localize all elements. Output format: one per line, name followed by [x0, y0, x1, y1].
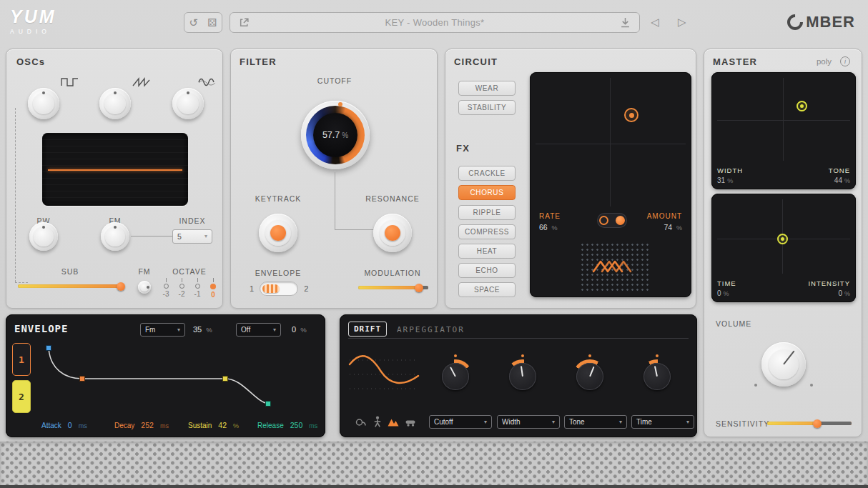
octave-option[interactable]: -3	[158, 278, 174, 299]
mod-slot1-dropdown[interactable]: Fm ▾	[140, 323, 185, 337]
drift-knob-3[interactable]	[573, 359, 607, 394]
envelope-panel: ENVELOPE Fm ▾ 35 % Off ▾ 0 % 1 2 Attack	[6, 314, 325, 437]
fx-button-space[interactable]: SPACE	[458, 282, 516, 297]
next-preset-button[interactable]: ▷	[678, 16, 686, 27]
drift-knob-2-pointer	[521, 366, 523, 377]
osc2-knob[interactable]	[99, 88, 131, 119]
keytrack-knob[interactable]	[259, 214, 297, 252]
modulation-slider[interactable]	[358, 286, 428, 289]
osc3-knob-indicator	[187, 91, 189, 94]
resonance-knob[interactable]	[373, 214, 412, 252]
prev-preset-button[interactable]: ◁	[651, 16, 659, 27]
pw-knob[interactable]	[29, 222, 58, 251]
tab-divider-line	[348, 338, 689, 339]
fx-button-echo[interactable]: ECHO	[458, 263, 516, 278]
time-intensity-pad[interactable]: TIME 0% INTENSITY 0%	[711, 194, 856, 302]
fm-toggle-label: FM	[130, 267, 159, 276]
cutoff-value: 57.7	[322, 130, 340, 140]
cutoff-knob-face: 57.7 %	[313, 113, 357, 157]
export-preset-icon[interactable]	[239, 17, 250, 28]
sustain-unit: %	[233, 422, 239, 429]
fm-knob[interactable]	[101, 222, 129, 251]
octave-dot	[164, 284, 169, 289]
drift-mode-walker-icon[interactable]	[371, 415, 384, 428]
drift-knob-2[interactable]	[505, 359, 540, 394]
mod-routing-dashed-stub	[15, 282, 28, 283]
drift-target-dropdown-1[interactable]: Cutoff ▾	[429, 415, 492, 429]
tab-drift[interactable]: DRIFT	[348, 322, 387, 337]
envelope-curve-display[interactable]	[40, 342, 320, 416]
width-tone-handle[interactable]	[797, 101, 807, 111]
download-preset-icon[interactable]	[620, 17, 631, 28]
square-wave-icon	[61, 76, 79, 88]
modulation-label: MODULATION	[357, 269, 428, 277]
width-tone-pad[interactable]: WIDTH 31% TONE 44%	[711, 72, 856, 189]
fx-xy-handle[interactable]	[624, 108, 638, 122]
envelope-tab-1[interactable]: 1	[12, 343, 31, 376]
time-value-number: 0	[717, 289, 721, 297]
intensity-value-unit: %	[844, 290, 850, 297]
mod-slot2-dropdown[interactable]: Off ▾	[236, 323, 281, 337]
index-dropdown[interactable]: 5 ▾	[172, 229, 212, 244]
mod-slot1-amount-unit: %	[206, 326, 212, 334]
time-intensity-handle[interactable]	[777, 234, 788, 244]
octave-option[interactable]: -2	[174, 278, 189, 299]
drift-knob-4-tick	[656, 354, 659, 357]
fm-toggle-knob[interactable]	[138, 281, 151, 294]
fx-button-chorus[interactable]: CHORUS	[458, 185, 516, 200]
fx-button-heat[interactable]: HEAT	[458, 244, 516, 259]
voice-mode-label[interactable]: poly	[817, 57, 832, 66]
fx-power-toggle[interactable]	[597, 213, 627, 228]
sensitivity-slider-handle[interactable]	[813, 419, 822, 428]
drift-mode-snail-icon[interactable]	[354, 416, 367, 428]
octave-value-label: -1	[194, 290, 201, 298]
volume-knob-pointer	[783, 350, 794, 364]
sub-slider[interactable]	[18, 284, 124, 288]
tone-value-number: 44	[834, 176, 842, 184]
drift-target-dropdown-3[interactable]: Tone ▾	[564, 415, 627, 429]
sub-label: SUB	[16, 267, 124, 276]
fx-button-crackle[interactable]: CRACKLE	[458, 166, 516, 181]
sensitivity-slider[interactable]	[767, 422, 852, 425]
drift-mode-mountain-icon[interactable]	[387, 416, 400, 428]
filter-envelope-label: ENVELOPE	[242, 269, 314, 277]
preset-bar[interactable]: KEY - Wooden Things*	[230, 12, 640, 33]
envelope-title: ENVELOPE	[14, 323, 68, 334]
drift-target-dropdown-4[interactable]: Time ▾	[631, 415, 694, 429]
fx-button-compress[interactable]: COMPRESS	[458, 224, 516, 239]
undo-icon[interactable]: ↺	[189, 17, 199, 28]
wear-button[interactable]: WEAR	[458, 81, 516, 96]
info-icon[interactable]: i	[840, 56, 850, 66]
octave-selector[interactable]: -3 -2 -1 0	[158, 278, 221, 299]
osc3-knob[interactable]	[172, 88, 204, 119]
envelope-select-thumb[interactable]	[262, 284, 280, 293]
master-title: MASTER	[713, 56, 757, 67]
rate-value-number: 66	[539, 223, 548, 231]
volume-knob[interactable]	[761, 342, 806, 387]
fx-display-pad[interactable]: RATE 66 % AMOUNT 74 %	[530, 72, 691, 297]
envelope-select-slider[interactable]	[260, 282, 298, 296]
chevron-down-icon: ▾	[686, 419, 689, 425]
fx-xy-handle-dot	[629, 113, 634, 118]
drift-knob-4[interactable]	[640, 359, 674, 394]
index-value: 5	[177, 232, 182, 241]
stability-button[interactable]: STABILITY	[458, 100, 516, 115]
sensitivity-label: SENSITIVITY	[716, 419, 769, 428]
osc1-knob[interactable]	[28, 88, 59, 119]
tab-arpeggiator[interactable]: ARPEGGIATOR	[397, 325, 465, 334]
envelope-tab-2[interactable]: 2	[12, 380, 31, 413]
randomize-dice-icon[interactable]: ⚄	[207, 17, 217, 28]
drift-mode-car-icon[interactable]	[404, 416, 417, 428]
octave-option-selected[interactable]: 0	[205, 278, 221, 299]
cutoff-knob[interactable]: 57.7 %	[301, 101, 370, 169]
fx-button-ripple[interactable]: RIPPLE	[458, 205, 516, 220]
octave-option[interactable]: -1	[189, 278, 205, 299]
cutoff-unit: %	[342, 131, 348, 139]
drift-knob-1[interactable]	[438, 359, 473, 394]
release-readout: Release 250 ms	[257, 421, 317, 429]
modulation-slider-handle[interactable]	[415, 284, 423, 292]
sustain-point-handle	[223, 377, 228, 382]
drift-target-dropdown-2[interactable]: Width ▾	[497, 415, 560, 429]
release-unit: ms	[309, 422, 317, 429]
sub-slider-handle[interactable]	[117, 282, 125, 291]
